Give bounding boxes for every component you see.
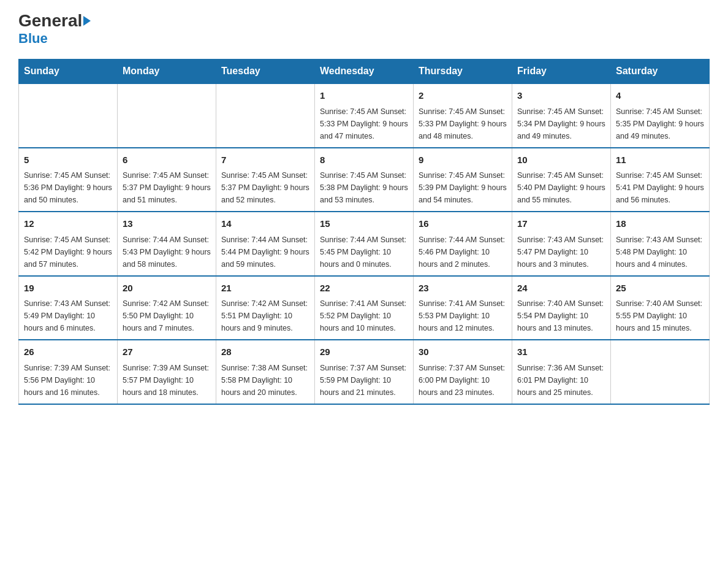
day-info: Sunrise: 7:44 AM Sunset: 5:46 PM Dayligh… [419, 234, 507, 270]
day-number: 11 [616, 153, 704, 167]
calendar-cell: 2Sunrise: 7:45 AM Sunset: 5:33 PM Daylig… [414, 83, 512, 148]
day-info: Sunrise: 7:40 AM Sunset: 5:55 PM Dayligh… [616, 297, 704, 334]
day-info: Sunrise: 7:44 AM Sunset: 5:43 PM Dayligh… [123, 234, 211, 270]
calendar-cell: 13Sunrise: 7:44 AM Sunset: 5:43 PM Dayli… [118, 212, 216, 276]
calendar-cell: 4Sunrise: 7:45 AM Sunset: 5:35 PM Daylig… [611, 83, 710, 148]
calendar-cell: 27Sunrise: 7:39 AM Sunset: 5:57 PM Dayli… [118, 340, 216, 404]
day-info: Sunrise: 7:45 AM Sunset: 5:33 PM Dayligh… [419, 105, 507, 142]
day-info: Sunrise: 7:43 AM Sunset: 5:49 PM Dayligh… [24, 297, 112, 334]
col-header-friday: Friday [512, 59, 611, 84]
col-header-sunday: Sunday [19, 59, 118, 84]
day-number: 27 [123, 345, 211, 359]
calendar-cell [216, 83, 315, 148]
calendar-cell: 12Sunrise: 7:45 AM Sunset: 5:42 PM Dayli… [19, 212, 118, 276]
day-number: 9 [419, 153, 507, 167]
calendar-cell: 25Sunrise: 7:40 AM Sunset: 5:55 PM Dayli… [611, 276, 710, 340]
day-info: Sunrise: 7:40 AM Sunset: 5:54 PM Dayligh… [517, 297, 605, 334]
logo-general-text: General [18, 12, 82, 29]
day-number: 7 [221, 153, 309, 167]
day-number: 14 [221, 217, 309, 231]
day-info: Sunrise: 7:39 AM Sunset: 5:57 PM Dayligh… [123, 362, 211, 399]
page-header: General Blue [18, 12, 710, 47]
day-number: 15 [320, 217, 408, 231]
day-info: Sunrise: 7:45 AM Sunset: 5:38 PM Dayligh… [320, 169, 408, 206]
day-number: 4 [616, 89, 704, 103]
day-info: Sunrise: 7:44 AM Sunset: 5:45 PM Dayligh… [320, 234, 408, 270]
calendar-cell: 28Sunrise: 7:38 AM Sunset: 5:58 PM Dayli… [216, 340, 315, 404]
day-number: 26 [24, 345, 112, 359]
day-number: 18 [616, 217, 704, 231]
day-number: 8 [320, 153, 408, 167]
calendar-cell: 30Sunrise: 7:37 AM Sunset: 6:00 PM Dayli… [414, 340, 512, 404]
calendar-table: SundayMondayTuesdayWednesdayThursdayFrid… [18, 59, 710, 405]
calendar-cell: 6Sunrise: 7:45 AM Sunset: 5:37 PM Daylig… [118, 148, 216, 212]
day-number: 30 [419, 345, 507, 359]
day-number: 1 [320, 89, 408, 103]
calendar-cell: 21Sunrise: 7:42 AM Sunset: 5:51 PM Dayli… [216, 276, 315, 340]
day-number: 10 [517, 153, 605, 167]
col-header-tuesday: Tuesday [216, 59, 315, 84]
col-header-thursday: Thursday [414, 59, 512, 84]
day-info: Sunrise: 7:43 AM Sunset: 5:47 PM Dayligh… [517, 234, 605, 270]
day-number: 29 [320, 345, 408, 359]
day-info: Sunrise: 7:37 AM Sunset: 6:00 PM Dayligh… [419, 362, 507, 399]
day-number: 17 [517, 217, 605, 231]
calendar-cell: 24Sunrise: 7:40 AM Sunset: 5:54 PM Dayli… [512, 276, 611, 340]
calendar-cell [118, 83, 216, 148]
calendar-cell: 31Sunrise: 7:36 AM Sunset: 6:01 PM Dayli… [512, 340, 611, 404]
day-info: Sunrise: 7:42 AM Sunset: 5:50 PM Dayligh… [123, 297, 211, 334]
day-info: Sunrise: 7:45 AM Sunset: 5:40 PM Dayligh… [517, 169, 605, 206]
day-number: 28 [221, 345, 309, 359]
day-info: Sunrise: 7:45 AM Sunset: 5:37 PM Dayligh… [221, 169, 309, 206]
day-info: Sunrise: 7:41 AM Sunset: 5:52 PM Dayligh… [320, 297, 408, 334]
calendar-cell: 29Sunrise: 7:37 AM Sunset: 5:59 PM Dayli… [315, 340, 414, 404]
day-number: 23 [419, 282, 507, 296]
calendar-cell: 7Sunrise: 7:45 AM Sunset: 5:37 PM Daylig… [216, 148, 315, 212]
calendar-cell: 10Sunrise: 7:45 AM Sunset: 5:40 PM Dayli… [512, 148, 611, 212]
day-number: 6 [123, 153, 211, 167]
day-info: Sunrise: 7:43 AM Sunset: 5:48 PM Dayligh… [616, 234, 704, 270]
calendar-week-row: 1Sunrise: 7:45 AM Sunset: 5:33 PM Daylig… [19, 83, 710, 148]
calendar-week-row: 5Sunrise: 7:45 AM Sunset: 5:36 PM Daylig… [19, 148, 710, 212]
calendar-cell: 14Sunrise: 7:44 AM Sunset: 5:44 PM Dayli… [216, 212, 315, 276]
day-info: Sunrise: 7:45 AM Sunset: 5:37 PM Dayligh… [123, 169, 211, 206]
calendar-cell [19, 83, 118, 148]
day-info: Sunrise: 7:45 AM Sunset: 5:35 PM Dayligh… [616, 105, 704, 142]
calendar-cell: 8Sunrise: 7:45 AM Sunset: 5:38 PM Daylig… [315, 148, 414, 212]
day-number: 16 [419, 217, 507, 231]
day-info: Sunrise: 7:38 AM Sunset: 5:58 PM Dayligh… [221, 362, 309, 399]
logo-arrow-icon [83, 16, 91, 26]
day-info: Sunrise: 7:36 AM Sunset: 6:01 PM Dayligh… [517, 362, 605, 399]
day-info: Sunrise: 7:45 AM Sunset: 5:41 PM Dayligh… [616, 169, 704, 206]
calendar-cell: 18Sunrise: 7:43 AM Sunset: 5:48 PM Dayli… [611, 212, 710, 276]
calendar-cell: 22Sunrise: 7:41 AM Sunset: 5:52 PM Dayli… [315, 276, 414, 340]
calendar-cell: 5Sunrise: 7:45 AM Sunset: 5:36 PM Daylig… [19, 148, 118, 212]
day-number: 5 [24, 153, 112, 167]
day-number: 19 [24, 282, 112, 296]
calendar-cell: 20Sunrise: 7:42 AM Sunset: 5:50 PM Dayli… [118, 276, 216, 340]
day-number: 20 [123, 282, 211, 296]
day-info: Sunrise: 7:42 AM Sunset: 5:51 PM Dayligh… [221, 297, 309, 334]
calendar-cell: 1Sunrise: 7:45 AM Sunset: 5:33 PM Daylig… [315, 83, 414, 148]
day-number: 13 [123, 217, 211, 231]
day-info: Sunrise: 7:45 AM Sunset: 5:33 PM Dayligh… [320, 105, 408, 142]
col-header-monday: Monday [118, 59, 216, 84]
calendar-cell: 11Sunrise: 7:45 AM Sunset: 5:41 PM Dayli… [611, 148, 710, 212]
day-number: 31 [517, 345, 605, 359]
calendar-cell: 26Sunrise: 7:39 AM Sunset: 5:56 PM Dayli… [19, 340, 118, 404]
calendar-week-row: 26Sunrise: 7:39 AM Sunset: 5:56 PM Dayli… [19, 340, 710, 404]
col-header-saturday: Saturday [611, 59, 710, 84]
day-number: 2 [419, 89, 507, 103]
calendar-cell: 15Sunrise: 7:44 AM Sunset: 5:45 PM Dayli… [315, 212, 414, 276]
col-header-wednesday: Wednesday [315, 59, 414, 84]
day-number: 21 [221, 282, 309, 296]
calendar-cell [611, 340, 710, 404]
logo-blue-text: Blue [18, 31, 48, 47]
day-info: Sunrise: 7:41 AM Sunset: 5:53 PM Dayligh… [419, 297, 507, 334]
day-number: 25 [616, 282, 704, 296]
day-info: Sunrise: 7:45 AM Sunset: 5:34 PM Dayligh… [517, 105, 605, 142]
day-number: 3 [517, 89, 605, 103]
day-info: Sunrise: 7:45 AM Sunset: 5:36 PM Dayligh… [24, 169, 112, 206]
day-info: Sunrise: 7:45 AM Sunset: 5:42 PM Dayligh… [24, 234, 112, 270]
calendar-week-row: 12Sunrise: 7:45 AM Sunset: 5:42 PM Dayli… [19, 212, 710, 276]
